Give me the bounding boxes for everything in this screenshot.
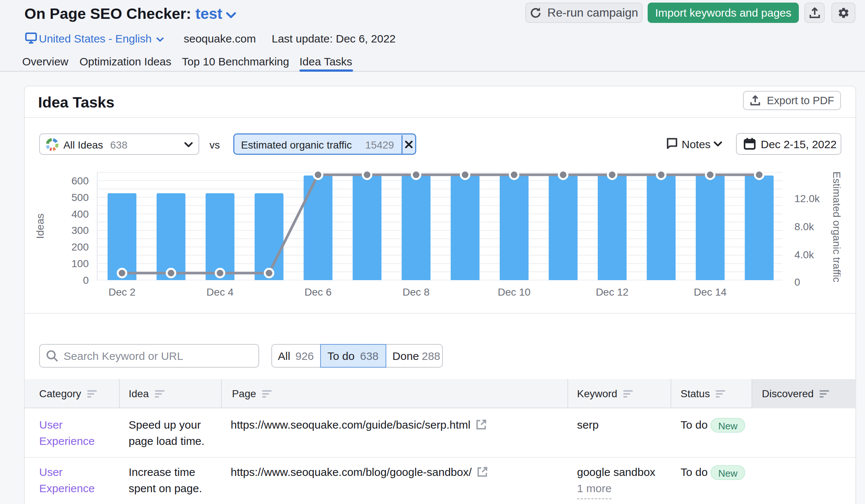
svg-text:Dec 2: Dec 2 [108, 286, 135, 298]
svg-text:0: 0 [83, 275, 89, 286]
svg-text:0: 0 [794, 276, 800, 288]
svg-text:12.0k: 12.0k [794, 193, 820, 204]
svg-text:4.0k: 4.0k [794, 249, 814, 260]
svg-text:Dec 12: Dec 12 [596, 286, 629, 298]
svg-text:Dec 6: Dec 6 [305, 286, 332, 298]
svg-text:100: 100 [71, 258, 89, 269]
svg-text:Estimated organic traffic: Estimated organic traffic [831, 171, 842, 282]
svg-text:Ideas: Ideas [34, 214, 46, 239]
svg-text:500: 500 [71, 192, 89, 203]
svg-text:Dec 8: Dec 8 [403, 286, 430, 298]
svg-text:Dec 14: Dec 14 [694, 286, 727, 298]
svg-text:Dec 4: Dec 4 [207, 286, 234, 298]
svg-text:200: 200 [71, 241, 89, 253]
svg-text:600: 600 [71, 175, 89, 187]
svg-text:8.0k: 8.0k [794, 221, 814, 232]
svg-text:Dec 10: Dec 10 [498, 286, 530, 298]
svg-text:300: 300 [71, 225, 89, 236]
svg-text:400: 400 [71, 208, 89, 220]
